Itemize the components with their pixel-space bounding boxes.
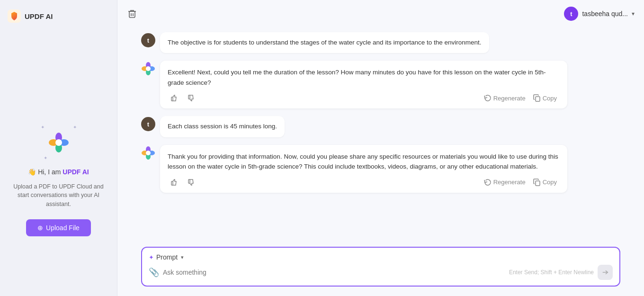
send-button[interactable]: [598, 265, 613, 280]
copy-icon-2: [533, 179, 541, 186]
svg-rect-32: [536, 181, 540, 186]
svg-point-25: [146, 151, 151, 155]
trash-icon: [127, 9, 137, 19]
thumbs-down-button-1[interactable]: [185, 92, 198, 104]
attach-icon[interactable]: 📎: [149, 267, 159, 278]
greeting-text: 👋 Hi, I am UPDF AI: [28, 168, 89, 176]
chevron-down-icon: ▾: [632, 10, 635, 17]
user-avatar-small: t: [141, 33, 155, 47]
copy-button-2[interactable]: Copy: [530, 177, 560, 188]
ai-actions-2: Regenerate Copy: [168, 177, 560, 188]
ai-bubble-text-2: Thank you for providing that information…: [168, 152, 560, 172]
ai-actions-right-2: Regenerate Copy: [481, 177, 560, 188]
sparkle-tl: ✦: [41, 125, 45, 130]
ai-avatar-small-2: [141, 146, 155, 160]
app-title: UPDF AI: [25, 12, 53, 20]
delete-conversation-button[interactable]: [127, 9, 137, 19]
sidebar-center: ✦ ✦ ✦ 👋 Hi, I am UPDF AI Upload a PDF to…: [8, 124, 109, 236]
regenerate-button-2[interactable]: Regenerate: [481, 177, 528, 188]
user-avatar: t: [564, 7, 578, 21]
input-area: ✦ Prompt ▾ 📎 Enter Send; Shift + Enter N…: [117, 242, 644, 296]
sidebar-description: Upload a PDF to UPDF Cloud and start con…: [8, 182, 109, 209]
user-menu[interactable]: t tasbeeha qud... ▾: [564, 7, 635, 21]
user-bubble-1: The objective is for students to underst…: [160, 32, 489, 53]
messages-list: t The objective is for students to under…: [117, 27, 644, 242]
ai-bubble-1: Excellent! Next, could you tell me the d…: [160, 61, 567, 108]
thumbs-down-button-2[interactable]: [185, 177, 198, 188]
ai-bubble-2: Thank you for providing that information…: [160, 145, 567, 193]
prompt-chevron-icon: ▾: [181, 254, 184, 260]
user-message-1: t The objective is for students to under…: [141, 32, 620, 53]
sparkle-tr: ✦: [73, 125, 77, 130]
prompt-selector[interactable]: ✦ Prompt ▾: [149, 253, 184, 261]
thumbs-down-icon-2: [188, 179, 195, 186]
input-box: ✦ Prompt ▾ 📎 Enter Send; Shift + Enter N…: [141, 247, 620, 287]
send-icon: [601, 269, 609, 276]
sparkle-bl: ✦: [44, 155, 47, 161]
svg-rect-6: [129, 11, 135, 18]
input-hint: Enter Send; Shift + Enter Newline: [509, 269, 594, 276]
prompt-label-text: Prompt: [156, 253, 178, 261]
topbar: t tasbeeha qud... ▾: [117, 0, 644, 27]
svg-point-5: [55, 139, 62, 146]
ai-message-2: Thank you for providing that information…: [141, 145, 620, 193]
sidebar: UPDF AI ✦ ✦ ✦ 👋 Hi, I am UPDF AI Upload …: [0, 0, 117, 296]
upload-plus-icon: ⊕: [37, 224, 43, 232]
svg-point-13: [146, 66, 151, 71]
thumbs-up-icon: [170, 94, 178, 102]
sparkle-icon: ✦: [149, 254, 154, 261]
ai-actions-1: Regenerate Copy: [168, 92, 560, 104]
regenerate-button-1[interactable]: Regenerate: [481, 92, 528, 104]
user-avatar-small-2: t: [141, 117, 155, 131]
main-chat: t tasbeeha qud... ▾ t The objective is f…: [117, 0, 644, 296]
user-bubble-2: Each class session is 45 minutes long.: [160, 116, 285, 137]
thumbs-down-icon: [188, 94, 195, 102]
copy-button-1[interactable]: Copy: [530, 92, 560, 104]
ai-mascot: ✦ ✦ ✦: [40, 124, 78, 161]
copy-icon: [533, 94, 541, 102]
chat-input[interactable]: [163, 269, 505, 276]
mascot-icon: [47, 131, 71, 154]
upload-file-button[interactable]: ⊕ Upload File: [26, 219, 91, 236]
thumbs-up-icon-2: [170, 179, 178, 186]
ai-avatar-small-1: [141, 62, 155, 76]
ai-bubble-text-1: Excellent! Next, could you tell me the d…: [168, 67, 560, 88]
input-toolbar: ✦ Prompt ▾: [149, 253, 613, 261]
svg-rect-20: [536, 97, 540, 101]
user-message-2: t Each class session is 45 minutes long.: [141, 116, 620, 137]
regenerate-icon-2: [484, 179, 492, 186]
thumbs-up-button-2[interactable]: [168, 177, 181, 188]
user-name: tasbeeha qud...: [582, 10, 628, 18]
regenerate-icon: [484, 94, 492, 102]
ai-message-1: Excellent! Next, could you tell me the d…: [141, 61, 620, 108]
sidebar-logo: UPDF AI: [8, 9, 53, 23]
updf-logo-icon: [8, 9, 21, 23]
thumbs-up-button-1[interactable]: [168, 92, 181, 104]
ai-actions-right-1: Regenerate Copy: [481, 92, 560, 104]
input-row: 📎 Enter Send; Shift + Enter Newline: [149, 265, 613, 280]
